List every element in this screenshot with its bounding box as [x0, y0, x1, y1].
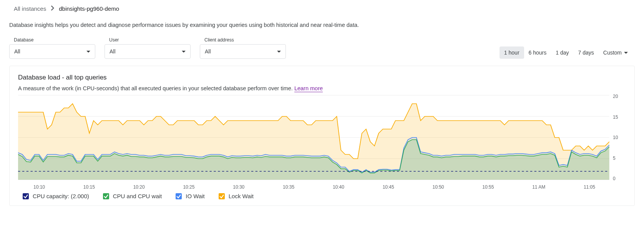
time-tab-custom[interactable]: Custom: [599, 46, 632, 59]
chart-legend: CPU capacity: (2.000) CPU and CPU wait I…: [18, 193, 626, 199]
checkbox-checked-icon: [219, 193, 225, 199]
user-filter-value: All: [110, 48, 116, 55]
time-tab-1hour[interactable]: 1 hour: [500, 46, 524, 59]
legend-cpu-capacity[interactable]: CPU capacity: (2.000): [23, 193, 89, 199]
chart-subtitle-text: A measure of the work (in CPU-seconds) t…: [18, 85, 294, 91]
checkbox-checked-icon: [176, 193, 182, 199]
client-address-filter-value: All: [205, 48, 211, 55]
filter-row: Database All User All Client address All…: [0, 28, 644, 66]
legend-lock-wait-label: Lock Wait: [229, 193, 254, 199]
chart-title: Database load - all top queries: [18, 74, 626, 81]
chart-subtitle: A measure of the work (in CPU-seconds) t…: [18, 85, 626, 91]
dropdown-icon: [86, 51, 90, 53]
time-tab-custom-label: Custom: [603, 50, 622, 56]
checkbox-checked-icon: [103, 193, 109, 199]
breadcrumb-current: dbinsights-pg960-demo: [59, 5, 119, 12]
time-tab-6hours[interactable]: 6 hours: [524, 46, 551, 59]
chart-svg: [18, 94, 626, 190]
user-filter-label: User: [105, 37, 191, 43]
legend-cpu-wait[interactable]: CPU and CPU wait: [103, 193, 162, 199]
y-axis-labels: 20151050: [613, 94, 626, 181]
time-tab-7days[interactable]: 7 days: [574, 46, 599, 59]
legend-lock-wait[interactable]: Lock Wait: [219, 193, 254, 199]
page-description: Database insights helps you detect and d…: [0, 15, 644, 28]
dropdown-icon: [277, 51, 281, 53]
checkbox-checked-icon: [23, 193, 29, 199]
client-address-filter-label: Client address: [200, 37, 286, 43]
user-filter-select[interactable]: All: [105, 44, 191, 59]
legend-io-wait[interactable]: IO Wait: [176, 193, 204, 199]
learn-more-link[interactable]: Learn more: [294, 85, 323, 92]
dropdown-icon: [624, 52, 628, 54]
database-filter-select[interactable]: All: [9, 44, 95, 59]
database-filter-value: All: [14, 48, 20, 55]
breadcrumb-root[interactable]: All instances: [14, 5, 46, 12]
database-filter-label: Database: [9, 37, 95, 43]
time-range-tabs: 1 hour 6 hours 1 day 7 days Custom: [500, 46, 632, 59]
x-axis-labels: 10:1010:1510:2010:2510:3010:3510:4010:45…: [18, 184, 611, 190]
client-address-filter-select[interactable]: All: [200, 44, 286, 59]
legend-cpu-wait-label: CPU and CPU wait: [113, 193, 162, 199]
legend-io-wait-label: IO Wait: [186, 193, 204, 199]
legend-cpu-capacity-label: CPU capacity: (2.000): [33, 193, 89, 199]
chevron-right-icon: [51, 5, 54, 12]
chart-area: 20151050 10:1010:1510:2010:2510:3010:351…: [18, 94, 626, 190]
time-tab-1day[interactable]: 1 day: [551, 46, 573, 59]
breadcrumb: All instances dbinsights-pg960-demo: [0, 0, 644, 15]
dropdown-icon: [182, 51, 186, 53]
chart-card: Database load - all top queries A measur…: [9, 66, 635, 206]
